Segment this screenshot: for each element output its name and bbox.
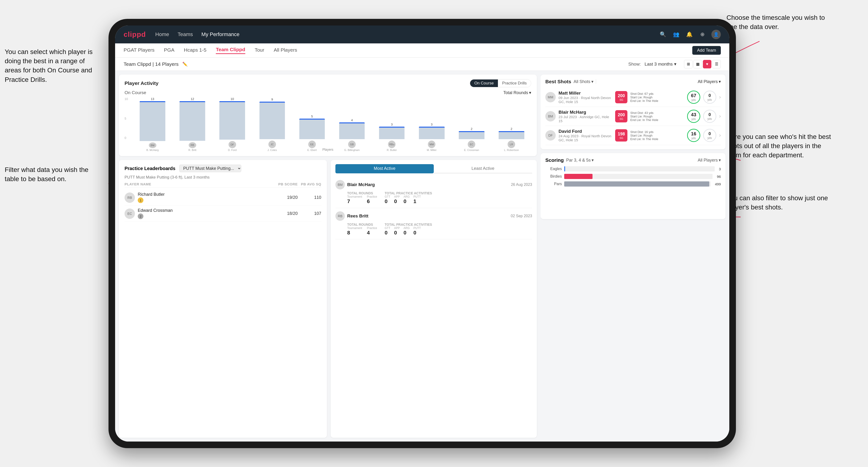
tab-team-clippd[interactable]: Team Clippd [216,47,245,54]
table-row[interactable]: EC Edward Crossman 2 18/20 107 [125,206,321,222]
chevron-right-icon-2[interactable]: › [719,132,721,138]
shot-avatar-2: DF [545,130,556,141]
pa-rounds-label: Total Rounds [347,191,377,195]
shot-player-info-2: David Ford 24 Aug 2023 · Royal North Dev… [559,129,612,142]
users-icon[interactable]: 👥 [672,30,680,39]
scoring-val-pars: 499 [715,182,721,186]
practice-val: 6 [367,198,370,204]
table-header: PLAYER NAME PB SCORE PB AVG SQ [125,182,321,188]
show-dropdown[interactable]: Last 3 months ▾ [645,61,677,67]
pa-stats-0: Total Rounds Tournament 7 Practice [335,191,532,205]
shots-filter-dropdown[interactable]: All Shots ▾ [574,79,593,84]
active-tabs: Most Active Least Active [335,164,532,173]
player-name-edward: Edward Crossman [138,208,274,213]
shot-player-info-1: Blair McHarg 23 Jul 2023 · Ashridge GC, … [559,110,612,123]
bar-3 [259,102,285,139]
player-activity-header: Player Activity On Course Practice Drill… [125,79,531,87]
shot-player-meta-0: 09 Jun 2023 · Royal North Devon GC, Hole… [559,96,612,104]
view-heart-button[interactable]: ♥ [703,60,711,68]
tournament-label: Tournament [347,195,362,198]
bar-group-9: 2 LR L. Robertson [492,97,531,151]
toggle-practice[interactable]: Practice Drills [498,80,531,87]
gtt-label: GTT [385,195,390,198]
y-tick-5: 5 [125,117,132,120]
toggle-on-course[interactable]: On Course [470,80,498,87]
nav-link-home[interactable]: Home [155,31,169,37]
add-team-button[interactable]: Add Team [692,46,721,55]
player-activity-card: Player Activity On Course Practice Drill… [119,74,537,156]
col-name: PLAYER NAME [125,182,274,186]
tab-all-players[interactable]: All Players [274,47,297,54]
nav-link-myperformance[interactable]: My Performance [202,31,239,37]
pa-top-0: BM Blair McHarg 26 Aug 2023 [335,180,532,189]
chevron-right-icon-1[interactable]: › [719,113,721,119]
drill-selector[interactable]: PUTT Must Make Putting... [179,165,241,172]
player-activity-row-1: RB Rees Britt 02 Sep 2023 Total Rounds T… [335,208,532,239]
y-tick-0: 0 [125,136,132,139]
chart-filter[interactable]: Total Rounds ▾ [503,90,531,95]
shot-row-0[interactable]: MM Matt Miller 09 Jun 2023 · Royal North… [545,88,721,107]
players-filter-dropdown[interactable]: All Players ▾ [698,79,721,84]
bell-icon[interactable]: 🔔 [685,30,693,39]
scoring-bar-birdies: Birdies 96 [545,174,721,179]
bar-group-1: 12 RB R. Britt [173,97,212,151]
search-icon[interactable]: 🔍 [658,30,667,39]
chevron-right-icon-0[interactable]: › [719,94,721,100]
scoring-label-birdies: Birdies [545,174,562,179]
tab-hcaps[interactable]: Hcaps 1-5 [184,47,206,54]
shot-zero-circle-2: 0 yds [703,129,716,142]
pa-practice-group: Total Practice Activities GTT 0 APP [385,191,432,205]
right-panel: Best Shots All Shots ▾ All Players ▾ [540,71,729,441]
practice-leaderboards-card: Practice Leaderboards PUTT Must Make Put… [119,160,327,438]
nav-logo: clippd [124,30,146,38]
pa-avatar-1: RB [335,211,345,221]
shot-badge-1: 200 SG [615,110,627,122]
tab-pga[interactable]: PGA [164,47,174,54]
scoring-bar-pars: Pars 499 [545,181,721,187]
pa-avatar-0: BM [335,180,345,189]
scoring-val-birdies: 96 [717,175,721,179]
bar-1 [180,101,205,141]
pa-date-1: 02 Sep 2023 [511,214,532,218]
bar-avatar-9: LR [507,141,515,148]
annotation-bottom-left: Filter what data you wish the table to b… [5,165,94,184]
scoring-fill-pars [564,181,709,187]
table-row[interactable]: RB Richard Butler 1 19/20 110 [125,190,321,206]
avatar[interactable]: 👤 [711,30,721,39]
scoring-track-pars [564,181,711,187]
bar-5 [339,122,365,139]
player-avatar-richard: RB [125,192,135,203]
annotation-right-mid: Here you can see who's hit the best shot… [726,132,835,160]
scoring-filter-dropdown[interactable]: Par 3, 4 & 5s ▾ [566,158,594,163]
bar-avatar-0: BM [149,143,156,148]
rank-badge-2: 2 [138,214,144,219]
tab-pgat-players[interactable]: PGAT Players [124,47,154,54]
scoring-label-eagles: Eagles [545,167,562,171]
app-label: APP [394,195,400,198]
tab-most-active[interactable]: Most Active [335,164,434,173]
edit-icon[interactable]: ✏️ [182,62,187,67]
shot-row-2[interactable]: DF David Ford 24 Aug 2023 · Royal North … [545,126,721,145]
nav-link-teams[interactable]: Teams [178,31,193,37]
tablet-screen: clippd Home Teams My Performance 🔍 👥 🔔 ⊕… [115,26,729,441]
main-content: Player Activity On Course Practice Drill… [115,71,729,441]
bar-avatar-3: JC [269,141,276,148]
view-grid-button[interactable]: ⊞ [684,60,692,68]
app-val: 0 [394,198,397,204]
bar-6 [379,127,405,139]
left-panel: Player Activity On Course Practice Drill… [115,71,540,441]
view-list-button[interactable]: ☰ [712,60,721,68]
bar-group-0: 13 BM B. McHarg [133,97,172,151]
view-tile-button[interactable]: ▦ [693,60,702,68]
scoring-val-eagles: 3 [719,167,721,171]
player-pb-richard: 19/20 [274,195,298,200]
best-shots-header: Best Shots All Shots ▾ All Players ▾ [545,79,721,85]
chart-subtitle: On Course [125,90,146,95]
shot-row-1[interactable]: BM Blair McHarg 23 Jul 2023 · Ashridge G… [545,107,721,126]
tab-tour[interactable]: Tour [255,47,265,54]
plus-circle-icon[interactable]: ⊕ [698,30,707,39]
tab-least-active[interactable]: Least Active [434,164,532,173]
scoring-header: Scoring Par 3, 4 & 5s ▾ All Players ▾ [545,157,721,163]
player-avg-edward: 107 [298,211,321,216]
scoring-players-filter[interactable]: All Players ▾ [698,158,721,163]
